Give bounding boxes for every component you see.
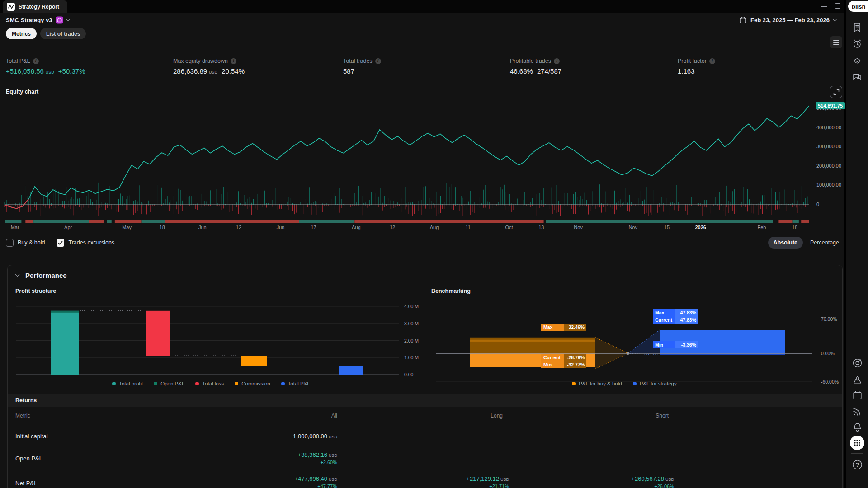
news-feed-icon[interactable] (851, 405, 863, 417)
legend-item: Total loss (195, 381, 224, 386)
x-tick-label: Apr (64, 225, 72, 230)
buy-hold-checkbox[interactable]: Buy & hold (6, 239, 45, 247)
percentage-button[interactable]: Percentage (810, 239, 840, 246)
y-tick-label: 4.00 M (404, 304, 419, 309)
row-open-pnl[interactable]: Open P&L +38,362.16USD +2.60% (8, 447, 842, 469)
equity-chart[interactable] (0, 96, 814, 227)
checkbox-unchecked-icon[interactable] (6, 239, 14, 247)
tab-title: Strategy Report (19, 4, 59, 10)
screener-icon[interactable] (851, 357, 863, 369)
alerts-clock-icon[interactable] (851, 38, 863, 50)
metric-label: Open P&L (15, 447, 42, 469)
x-tick-label: 2026 (695, 225, 706, 230)
stat-profit-factor: Profit factori 1.163 (678, 58, 715, 75)
x-tick-label: Feb (757, 225, 766, 230)
x-tick-label: 18 (160, 225, 165, 230)
y-tick-label: 300,000.00 (816, 144, 841, 149)
y-tick-label: 3.00 M (404, 321, 419, 326)
stat-value: 1.163 (678, 67, 695, 75)
returns-table-header: Metric All Long Short (8, 407, 842, 425)
layers-icon[interactable] (851, 55, 863, 67)
date-range-picker[interactable]: Feb 23, 2025 — Feb 23, 2026 (739, 16, 836, 24)
chevron-down-icon (66, 17, 70, 22)
strategy-name: SMC Strategy v3 (6, 17, 52, 23)
y-tick-label: 400,000.00 (816, 125, 841, 130)
minimize-button[interactable] (821, 6, 827, 7)
x-tick-label: 18 (792, 225, 797, 230)
cell-short: +260,567.28USD +26.06% (563, 469, 674, 488)
apps-grid-icon[interactable] (849, 435, 865, 450)
publish-button[interactable]: blish (848, 1, 868, 12)
calendar-icon (739, 16, 747, 24)
metric-label: Net P&L (15, 469, 37, 488)
x-tick-label: Jun (277, 225, 285, 230)
chevron-down-icon (833, 17, 837, 22)
row-net-pnl[interactable]: Net P&L +477,696.40USD +47.77% +217,129.… (8, 469, 842, 488)
info-icon[interactable]: i (375, 58, 381, 64)
header-long: Long (392, 407, 503, 425)
y-tick-label: 0 (816, 202, 819, 207)
calendar-icon[interactable] (851, 389, 863, 401)
tab-list-of-trades[interactable]: List of trades (40, 28, 86, 39)
stat-value: 286,636.89 (173, 67, 207, 75)
info-icon[interactable]: i (709, 58, 715, 64)
returns-section-header[interactable]: Returns (8, 394, 842, 407)
equity-chart-title: Equity chart (6, 89, 38, 95)
right-toolbar: ? (846, 0, 868, 488)
strategy-max-badge: Max47.83% (653, 309, 698, 316)
collapse-chevron-icon[interactable] (15, 272, 20, 277)
tab-strategy-report[interactable]: Strategy Report (3, 0, 67, 13)
tab-metrics[interactable]: Metrics (6, 28, 37, 39)
strategy-report-window: Strategy Report SMC Strategy v3 Feb 23, … (0, 0, 844, 488)
x-tick-label: Aug (352, 225, 361, 230)
performance-header[interactable]: Performance (16, 272, 67, 279)
report-tabs: Metrics List of trades (6, 28, 86, 39)
chat-icon[interactable] (851, 71, 863, 83)
x-tick-label: 11 (466, 225, 471, 230)
header-metric: Metric (15, 407, 30, 425)
info-icon[interactable]: i (554, 58, 560, 64)
info-icon[interactable]: i (231, 58, 236, 64)
performance-title: Performance (25, 272, 67, 279)
stat-total-pnl: Total P&Li +516,058.56USD+50.37% (6, 58, 85, 75)
y-tick-label: 200,000.00 (816, 163, 841, 169)
absolute-button[interactable]: Absolute (768, 237, 803, 249)
x-tick-label: Jun (198, 225, 207, 230)
x-tick-label: Nov (574, 225, 583, 230)
y-tick-label: 0.00 (404, 372, 413, 377)
trades-excursions-checkbox[interactable]: Trades excursions (57, 239, 114, 247)
watchlist-icon[interactable] (851, 22, 863, 33)
legend-item: P&L for buy & hold (572, 381, 622, 386)
row-density-button[interactable] (830, 36, 842, 48)
y-tick-label: 1.00 M (404, 355, 419, 360)
info-icon[interactable]: i (33, 58, 39, 64)
x-tick-label: Mar (11, 225, 19, 230)
stat-max-drawdown: Max equity drawdowni 286,636.89USD20.54% (173, 58, 245, 75)
help-icon[interactable]: ? (851, 459, 863, 470)
checkbox-checked-icon[interactable] (57, 239, 64, 247)
maximize-button[interactable] (835, 3, 840, 9)
notifications-bell-icon[interactable] (851, 421, 863, 433)
stat-total-trades: Total tradesi 587 (343, 58, 381, 75)
buy-hold-label: Buy & hold (18, 239, 45, 246)
trades-excursions-label: Trades excursions (68, 239, 114, 246)
stat-label: Total trades (343, 58, 373, 64)
window-tab-bar: Strategy Report (0, 0, 844, 13)
stat-profitable-trades: Profitable tradesi 46.68%274/587 (510, 58, 561, 75)
metric-label: Initial capital (15, 425, 48, 447)
cell-long: +217,129.12USD +21.71% (398, 469, 509, 488)
x-tick-label: Oct (505, 225, 513, 230)
y-tick-label: 0.00% (821, 351, 835, 356)
stat-label: Total P&L (6, 58, 30, 64)
strategy-selector[interactable]: SMC Strategy v3 (6, 16, 70, 24)
expand-chart-button[interactable] (830, 86, 842, 98)
row-initial-capital[interactable]: Initial capital 1,000,000.00USD (8, 425, 842, 447)
buyhold-max-badge: Max32.46% (541, 324, 586, 331)
strategy-badge-icon (56, 16, 63, 24)
x-tick-label: 15 (664, 225, 670, 230)
ideas-icon[interactable] (851, 374, 863, 385)
strategy-tester-icon (7, 3, 15, 11)
stat-value: +516,058.56 (6, 67, 44, 75)
y-tick-label: 100,000.00 (816, 182, 841, 188)
strategy-current-badge: Current47.83% (653, 316, 698, 324)
